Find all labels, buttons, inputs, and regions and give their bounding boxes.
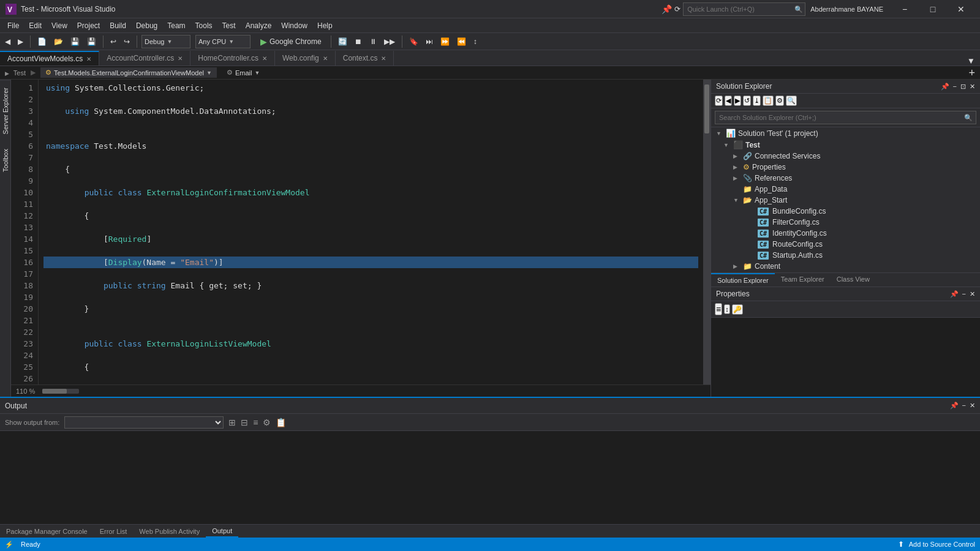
- se-forward-btn[interactable]: ▶: [734, 96, 741, 106]
- toolbar-saveall[interactable]: 💾: [85, 36, 99, 47]
- tab-accountviewmodels[interactable]: AccountViewModels.cs ✕: [0, 51, 99, 66]
- tab-output[interactable]: Output: [206, 525, 238, 538]
- toolbar-btn-extra2[interactable]: ⏸: [367, 36, 379, 47]
- code-content[interactable]: using System.Collections.Generic; using …: [39, 80, 703, 384]
- add-source-control[interactable]: Add to Source Control: [909, 541, 975, 548]
- se-collapseall-btn[interactable]: ⤓: [753, 96, 761, 106]
- menu-test[interactable]: Test: [217, 20, 241, 32]
- tree-appdata[interactable]: 📁 App_Data: [711, 184, 980, 195]
- output-close[interactable]: ✕: [970, 402, 975, 410]
- se-filter-btn[interactable]: 🔍: [786, 96, 797, 106]
- tree-identityconfig[interactable]: C# IdentityConfig.cs: [711, 228, 980, 239]
- toolbar-btn-extra3[interactable]: ▶▶: [382, 36, 398, 47]
- menu-debug[interactable]: Debug: [131, 20, 162, 32]
- tree-filterconfig[interactable]: C# FilterConfig.cs: [711, 217, 980, 228]
- toolbar-save[interactable]: 💾: [68, 36, 82, 47]
- output-btn-2[interactable]: ⊟: [241, 418, 248, 427]
- output-btn-4[interactable]: ⚙: [263, 418, 271, 427]
- toolbar-icon-1[interactable]: ⟳: [674, 5, 680, 13]
- tab-package-manager[interactable]: Package Manager Console: [0, 526, 94, 537]
- toolbar-debug-extra4[interactable]: ↕: [471, 36, 480, 47]
- tab-context[interactable]: Context.cs ✕: [336, 51, 394, 66]
- toolbar-open[interactable]: 📂: [51, 36, 66, 47]
- output-pin[interactable]: 📌: [950, 402, 959, 410]
- tree-connected-services[interactable]: ▶ 🔗 Connected Services: [711, 151, 980, 162]
- tree-bundleconfig[interactable]: C# BundleConfig.cs: [711, 206, 980, 217]
- toolbar-debug-extra1[interactable]: ⏭: [423, 36, 435, 47]
- props-pin[interactable]: 📌: [950, 290, 959, 298]
- breadcrumb-member[interactable]: ⚙ Email ▼: [227, 69, 260, 77]
- props-category-btn[interactable]: ≡: [715, 303, 722, 315]
- tree-startupauth[interactable]: C# Startup.Auth.cs: [711, 250, 980, 261]
- tree-references[interactable]: ▶ 📎 References: [711, 173, 980, 184]
- tab-list-button[interactable]: ▼: [962, 56, 980, 66]
- toolbar-btn-refresh[interactable]: 🔄: [336, 36, 350, 47]
- close-button[interactable]: ✕: [947, 0, 975, 18]
- tab-close[interactable]: ✕: [323, 55, 328, 62]
- se-hide[interactable]: −: [953, 83, 957, 91]
- menu-team[interactable]: Team: [162, 20, 190, 32]
- output-btn-3[interactable]: ≡: [253, 418, 258, 427]
- toolbar-redo[interactable]: ↪: [121, 36, 132, 47]
- toolbox-tab[interactable]: Toolbox: [0, 141, 11, 179]
- tab-close[interactable]: ✕: [381, 55, 386, 62]
- tree-appstart[interactable]: ▼ 📂 App_Start: [711, 195, 980, 206]
- output-btn-1[interactable]: ⊞: [228, 418, 236, 427]
- breadcrumb-project[interactable]: ▶ Test: [5, 69, 26, 77]
- menu-analyze[interactable]: Analyze: [241, 20, 277, 32]
- menu-view[interactable]: View: [47, 20, 72, 32]
- props-hide[interactable]: −: [962, 290, 966, 298]
- se-sync-btn[interactable]: ⟳: [715, 96, 723, 106]
- output-btn-5[interactable]: 📋: [276, 418, 286, 427]
- zoom-level[interactable]: 110 %: [16, 388, 35, 395]
- tab-webconfig[interactable]: Web.config ✕: [275, 51, 336, 66]
- tree-project-test[interactable]: ▼ ⬛ Test: [711, 139, 980, 151]
- editor-scrollbar[interactable]: [703, 80, 710, 384]
- se-dock[interactable]: ⊡: [960, 83, 966, 91]
- tree-content[interactable]: ▶ 📁 Content: [711, 261, 980, 272]
- menu-help[interactable]: Help: [312, 20, 337, 32]
- tab-close[interactable]: ✕: [262, 55, 267, 62]
- restore-button[interactable]: □: [919, 0, 947, 18]
- toolbar-forward[interactable]: ▶: [15, 36, 26, 47]
- toolbar-back[interactable]: ◀: [2, 36, 13, 47]
- tab-class-view[interactable]: Class View: [831, 273, 876, 287]
- output-hide[interactable]: −: [962, 402, 966, 410]
- tab-accountcontroller[interactable]: AccountController.cs ✕: [99, 51, 190, 66]
- tab-team-explorer[interactable]: Team Explorer: [775, 273, 831, 287]
- minimize-button[interactable]: −: [891, 0, 919, 18]
- add-button[interactable]: +: [968, 67, 975, 78]
- tree-routeconfig[interactable]: C# RouteConfig.cs: [711, 239, 980, 250]
- se-search-input[interactable]: [715, 111, 976, 124]
- tab-solution-explorer[interactable]: Solution Explorer: [711, 273, 775, 287]
- tab-web-publish[interactable]: Web Publish Activity: [133, 526, 206, 537]
- toolbar-undo[interactable]: ↩: [108, 36, 119, 47]
- debug-config-dropdown[interactable]: Debug ▼: [141, 35, 190, 48]
- toolbar-debug-extra3[interactable]: ⏪: [454, 36, 469, 47]
- menu-file[interactable]: File: [2, 20, 24, 32]
- props-alpha-btn[interactable]: ↕: [724, 304, 730, 314]
- run-button[interactable]: ▶ Google Chrome: [255, 36, 326, 48]
- menu-build[interactable]: Build: [105, 20, 131, 32]
- se-showallfiles-btn[interactable]: 📋: [763, 96, 774, 106]
- props-browse-btn[interactable]: 🔑: [732, 304, 743, 315]
- se-pin[interactable]: 📌: [941, 83, 949, 91]
- menu-edit[interactable]: Edit: [24, 20, 47, 32]
- show-output-select[interactable]: [64, 416, 224, 429]
- quick-launch-input[interactable]: [683, 2, 805, 16]
- code-editor[interactable]: 1 2 3 4 5 6 7 8 9 10 11 12 13 14 15 16 1…: [11, 80, 710, 397]
- toolbar-debug-extra2[interactable]: ⏩: [438, 36, 452, 47]
- server-explorer-tab[interactable]: Server Explorer: [0, 80, 11, 141]
- se-back-btn[interactable]: ◀: [725, 96, 732, 106]
- breadcrumb-model[interactable]: ⚙ Test.Models.ExternalLoginConfirmationV…: [40, 67, 217, 78]
- toolbar-bookmark[interactable]: 🔖: [407, 36, 421, 47]
- toolbar-newproject[interactable]: 📄: [35, 36, 49, 47]
- scrollbar-thumb[interactable]: [704, 84, 709, 133]
- se-props-btn[interactable]: ⚙: [775, 96, 784, 106]
- platform-dropdown[interactable]: Any CPU ▼: [195, 35, 251, 48]
- tab-error-list[interactable]: Error List: [94, 526, 134, 537]
- tab-homecontroller[interactable]: HomeController.cs ✕: [190, 51, 275, 66]
- menu-tools[interactable]: Tools: [190, 20, 217, 32]
- tab-close[interactable]: ✕: [178, 55, 183, 62]
- menu-window[interactable]: Window: [276, 20, 312, 32]
